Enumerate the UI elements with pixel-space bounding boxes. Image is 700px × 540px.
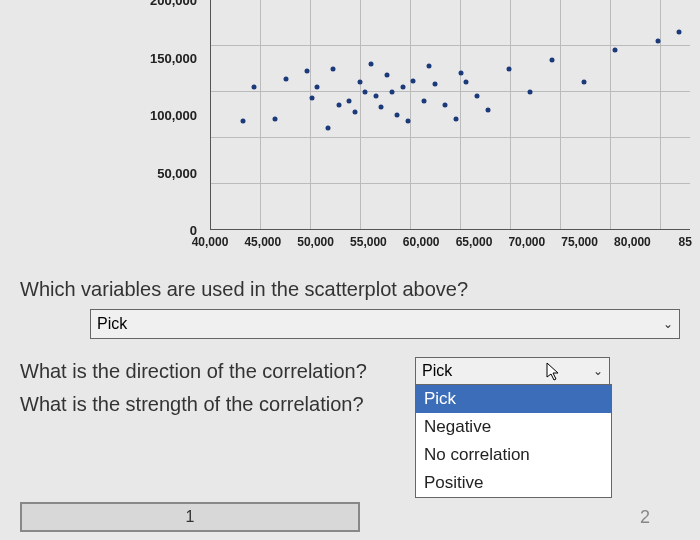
progress-step-1[interactable]: 1: [20, 502, 360, 532]
progress-row: 1 2: [20, 502, 680, 532]
x-tick: 75,000: [561, 235, 598, 249]
scatter-point: [272, 117, 277, 122]
y-tick: 150,000: [150, 50, 197, 65]
scatter-point: [358, 80, 363, 85]
x-tick: 85: [679, 235, 692, 249]
scatter-point: [352, 109, 357, 114]
scatter-point: [475, 94, 480, 99]
scatter-chart: 200,000 150,000 100,000 50,000 0 40,000 …: [150, 0, 690, 270]
scatter-point: [528, 89, 533, 94]
scatter-point: [363, 89, 368, 94]
progress-label: 1: [186, 508, 195, 526]
scatter-point: [432, 82, 437, 87]
y-tick: 50,000: [157, 165, 197, 180]
select-value: Pick: [422, 362, 452, 380]
x-tick: 65,000: [456, 235, 493, 249]
scatter-point: [310, 96, 315, 101]
cursor-icon: [546, 362, 560, 382]
x-tick: 55,000: [350, 235, 387, 249]
x-tick: 70,000: [508, 235, 545, 249]
scatter-point: [549, 57, 554, 62]
plot-area: [210, 0, 690, 230]
scatter-point: [443, 103, 448, 108]
dropdown-option-negative[interactable]: Negative: [416, 413, 611, 441]
scatter-point: [315, 85, 320, 90]
scatter-point: [336, 103, 341, 108]
scatter-point: [331, 66, 336, 71]
scatter-point: [395, 112, 400, 117]
scatter-point: [368, 62, 373, 67]
question-1-text: Which variables are used in the scatterp…: [20, 278, 680, 301]
y-tick: 200,000: [150, 0, 197, 8]
question-1-select[interactable]: Pick ⌄: [90, 309, 680, 339]
question-2-text: What is the direction of the correlation…: [20, 360, 415, 383]
scatter-point: [251, 85, 256, 90]
scatter-point: [400, 85, 405, 90]
x-tick: 45,000: [244, 235, 281, 249]
scatter-point: [613, 48, 618, 53]
scatter-point: [464, 80, 469, 85]
scatter-point: [384, 73, 389, 78]
scatter-point: [405, 118, 410, 123]
scatter-point: [677, 30, 682, 35]
scatter-point: [427, 63, 432, 68]
chevron-down-icon: ⌄: [593, 364, 603, 378]
dropdown-option-pick[interactable]: Pick: [416, 385, 611, 413]
dropdown-menu: Pick Negative No correlation Positive: [415, 384, 612, 498]
y-axis: 200,000 150,000 100,000 50,000 0: [145, 0, 205, 230]
questions-section: Which variables are used in the scatterp…: [0, 270, 700, 416]
scatter-point: [283, 76, 288, 81]
x-tick: 50,000: [297, 235, 334, 249]
x-tick: 60,000: [403, 235, 440, 249]
progress-step-2[interactable]: 2: [640, 507, 650, 528]
y-tick: 100,000: [150, 108, 197, 123]
scatter-point: [421, 98, 426, 103]
scatter-point: [304, 69, 309, 74]
scatter-point: [326, 126, 331, 131]
scatter-point: [507, 66, 512, 71]
scatter-point: [581, 80, 586, 85]
dropdown-option-positive[interactable]: Positive: [416, 469, 611, 497]
x-axis: 40,000 45,000 50,000 55,000 60,000 65,00…: [210, 235, 690, 255]
scatter-point: [389, 89, 394, 94]
question-3-text: What is the strength of the correlation?: [20, 393, 415, 416]
scatter-point: [373, 94, 378, 99]
scatter-point: [411, 78, 416, 83]
scatter-point: [453, 117, 458, 122]
question-2-select[interactable]: Pick ⌄ Pick Negative No correlation Posi…: [415, 357, 610, 385]
scatter-point: [459, 71, 464, 76]
chevron-down-icon: ⌄: [663, 317, 673, 331]
scatter-point: [379, 105, 384, 110]
x-tick: 80,000: [614, 235, 651, 249]
dropdown-option-no-correlation[interactable]: No correlation: [416, 441, 611, 469]
scatter-point: [485, 107, 490, 112]
scatter-point: [656, 39, 661, 44]
select-value: Pick: [97, 315, 127, 333]
x-tick: 40,000: [192, 235, 229, 249]
scatter-point: [240, 118, 245, 123]
scatter-point: [347, 98, 352, 103]
